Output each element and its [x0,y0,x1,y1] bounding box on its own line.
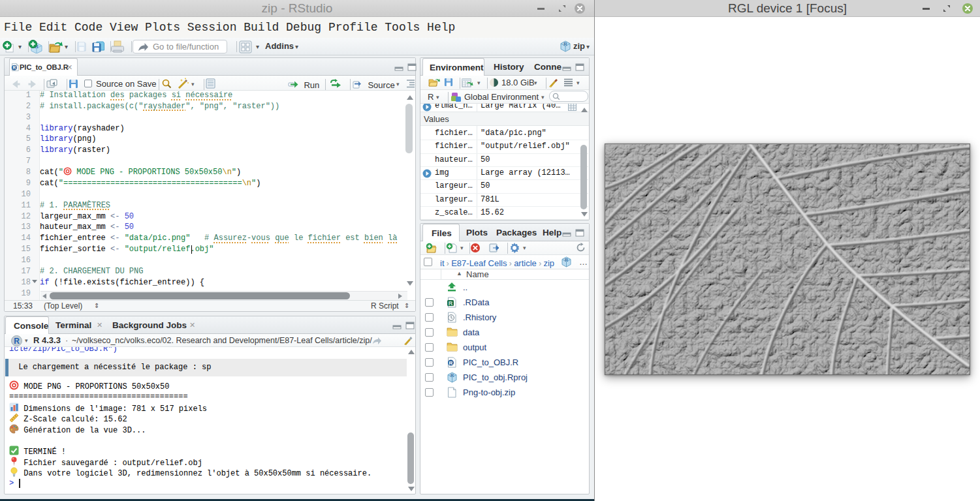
svg-text:R: R [449,300,453,307]
svg-text:R: R [449,360,453,366]
svg-text:R: R [450,373,454,378]
svg-text:R: R [14,337,20,346]
svg-text:R: R [12,65,16,70]
svg-text:R: R [563,41,567,47]
svg-text:R: R [565,258,568,262]
